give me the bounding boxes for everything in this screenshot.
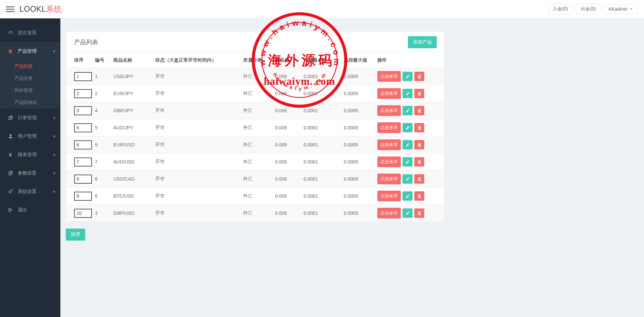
sidebar-group-user-mgmt: 用户管理 xyxy=(0,127,60,145)
product-name-cell: GBP/JPY xyxy=(113,102,155,119)
sort-input[interactable] xyxy=(74,89,92,98)
risk-min-cell: 0.0001 xyxy=(304,136,344,153)
status-cell: 开市 xyxy=(155,68,243,85)
edit-button[interactable] xyxy=(402,89,413,98)
table-row: 8USD/CAD开市外汇0.0090.00010.0005点击休市 xyxy=(66,171,444,188)
delete-button[interactable] xyxy=(414,191,424,201)
edit-button[interactable] xyxy=(402,72,413,81)
logo-accent: 系统 xyxy=(46,5,62,13)
risk-min-cell: 0.0001 xyxy=(304,188,344,205)
logo-main: LOOKL xyxy=(19,5,46,13)
table-row: 4GBP/JPY开市外汇0.0090.00010.0005点击休市 xyxy=(66,102,444,119)
delete-button[interactable] xyxy=(414,106,424,115)
close-market-button[interactable]: 点击休市 xyxy=(377,191,401,201)
close-market-button[interactable]: 点击休市 xyxy=(377,174,401,184)
column-header: 编号 xyxy=(95,53,113,68)
status-cell: 开市 xyxy=(155,119,243,136)
random-value-cell: 0.009 xyxy=(275,85,304,102)
product-name-cell: AUD/USD xyxy=(113,153,155,171)
sidebar-subitem-risk-mgmt[interactable]: 风控管理 xyxy=(0,84,60,97)
sidebar-subitem-product-category[interactable]: 产品分类 xyxy=(0,72,60,84)
sidebar-group-order-mgmt: 订单管理 xyxy=(0,109,60,127)
edit-button[interactable] xyxy=(402,106,413,115)
sidebar-subitem-product-list[interactable]: 产品列表 xyxy=(0,60,60,72)
sort-input[interactable] xyxy=(74,157,92,167)
product-name-cell: GBP/USD xyxy=(113,205,155,222)
sidebar-nav: 后台首页฿产品管理产品列表产品分类风控管理产品回收站订单管理用户管理¥报表管理参… xyxy=(0,18,60,219)
column-header: 随机值 xyxy=(275,53,304,68)
sidebar-item-label: 订单管理 xyxy=(18,115,37,121)
main-content: 产品列表 添加产品 排序编号商品名称状态（大盘正常开市时间内）所属分类随机值风控… xyxy=(60,18,644,317)
user-icon xyxy=(7,134,14,139)
sidebar-item-user-mgmt[interactable]: 用户管理 xyxy=(0,127,60,145)
risk-max-cell: 0.0005 xyxy=(344,102,377,119)
logout-icon xyxy=(7,207,14,212)
deposit-button[interactable]: 入金(0) xyxy=(548,4,573,14)
edit-button[interactable] xyxy=(402,208,413,218)
table-body: 1USD/JPY开市外汇0.0090.00010.0005点击休市2EUR/JP… xyxy=(66,68,444,222)
product-id-cell: 1 xyxy=(95,68,113,85)
delete-button[interactable] xyxy=(414,89,424,98)
edit-button[interactable] xyxy=(402,140,413,149)
sidebar-item-system-settings[interactable]: 系统设置 xyxy=(0,182,60,201)
edit-button[interactable] xyxy=(402,157,413,167)
sidebar-item-report-mgmt[interactable]: ¥报表管理 xyxy=(0,145,60,164)
column-header: 操作 xyxy=(377,53,444,68)
close-market-button[interactable]: 点击休市 xyxy=(377,88,401,99)
edit-button[interactable] xyxy=(402,123,413,132)
category-cell: 外汇 xyxy=(243,205,275,222)
close-market-button[interactable]: 点击休市 xyxy=(377,156,401,167)
product-name-cell: EUR/USD xyxy=(113,136,155,153)
close-market-button[interactable]: 点击休市 xyxy=(377,105,401,116)
sidebar-item-product-mgmt[interactable]: ฿产品管理 xyxy=(0,42,60,60)
sidebar: 后台首页฿产品管理产品列表产品分类风控管理产品回收站订单管理用户管理¥报表管理参… xyxy=(0,18,60,317)
delete-button[interactable] xyxy=(414,123,424,132)
withdraw-button[interactable]: 出金(0) xyxy=(576,4,600,14)
category-cell: 外汇 xyxy=(243,171,275,188)
sidebar-group-report-mgmt: ¥报表管理 xyxy=(0,145,60,164)
sort-input[interactable] xyxy=(74,209,92,218)
category-cell: 外汇 xyxy=(243,68,275,85)
add-product-button[interactable]: 添加产品 xyxy=(408,36,437,48)
close-market-button[interactable]: 点击休市 xyxy=(377,208,401,218)
risk-max-cell: 0.0005 xyxy=(344,85,377,102)
delete-button[interactable] xyxy=(414,72,424,81)
table-row: 6BTC/USD开市外汇0.0090.00010.0005点击休市 xyxy=(66,188,444,205)
sidebar-item-param-settings[interactable]: 参数设置 xyxy=(0,164,60,182)
random-value-cell: 0.009 xyxy=(275,136,304,153)
sort-input[interactable] xyxy=(74,140,92,149)
close-market-button[interactable]: 点击休市 xyxy=(377,71,401,82)
status-cell: 开市 xyxy=(155,85,243,102)
hamburger-menu-icon[interactable] xyxy=(6,6,14,12)
product-name-cell: EUR/JPY xyxy=(113,85,155,102)
risk-max-cell: 0.0005 xyxy=(344,153,377,171)
sidebar-item-label: 退出 xyxy=(18,207,27,213)
delete-button[interactable] xyxy=(414,208,424,218)
close-market-button[interactable]: 点击休市 xyxy=(377,122,401,133)
sidebar-item-order-mgmt[interactable]: 订单管理 xyxy=(0,109,60,127)
random-value-cell: 0.009 xyxy=(275,119,304,136)
close-market-button[interactable]: 点击休市 xyxy=(377,139,401,150)
sidebar-item-dashboard[interactable]: 后台首页 xyxy=(0,23,60,42)
edit-button[interactable] xyxy=(402,174,413,184)
column-header: 风控最小值 xyxy=(304,53,344,68)
category-cell: 外汇 xyxy=(243,85,275,102)
product-id-cell: 5 xyxy=(95,119,113,136)
sort-input[interactable] xyxy=(74,192,92,201)
sidebar-item-label: 产品管理 xyxy=(18,48,37,54)
delete-button[interactable] xyxy=(414,140,424,149)
sidebar-subitem-product-recycle[interactable]: 产品回收站 xyxy=(0,97,60,109)
sort-input[interactable] xyxy=(74,106,92,115)
delete-button[interactable] xyxy=(414,174,424,184)
risk-max-cell: 0.0005 xyxy=(344,136,377,153)
user-menu-button[interactable]: KKadmin xyxy=(604,4,637,14)
delete-button[interactable] xyxy=(414,157,424,167)
sort-input[interactable] xyxy=(74,72,92,81)
column-header: 所属分类 xyxy=(243,53,275,68)
sidebar-item-logout[interactable]: 退出 xyxy=(0,201,60,219)
risk-min-cell: 0.0001 xyxy=(304,171,344,188)
edit-button[interactable] xyxy=(402,191,413,201)
sort-input[interactable] xyxy=(74,123,92,132)
sort-input[interactable] xyxy=(74,175,92,184)
sort-submit-button[interactable]: 排序 xyxy=(66,229,85,241)
